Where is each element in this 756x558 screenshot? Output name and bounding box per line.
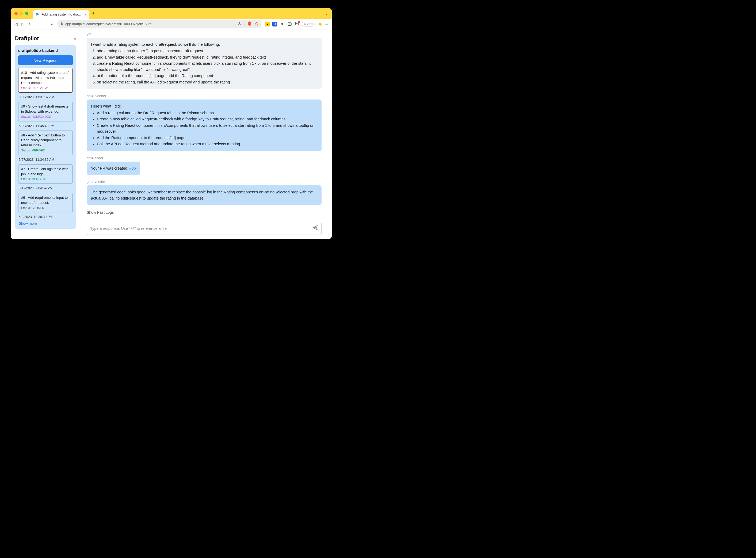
msg-bubble-coder: Your PR was created: #36 — [87, 161, 140, 175]
tab-list-chevron-icon[interactable]: ⌄ — [325, 11, 328, 16]
timestamp: 5/27/2023, 11:34:35 AM — [18, 158, 73, 161]
forward-button[interactable]: ▷ — [21, 22, 25, 26]
close-icon[interactable]: × — [84, 12, 87, 17]
pr-link[interactable]: #36 — [129, 166, 136, 170]
extensions-icon[interactable]: ✦ — [280, 22, 285, 26]
notification-dot — [298, 21, 300, 23]
msg-bubble-verifier: The generated code looks good. Remember … — [87, 185, 322, 205]
composer: ⋰ — [87, 222, 322, 235]
request-card-8[interactable]: #8 - Add "Reindex" button to RepoReady c… — [18, 130, 73, 155]
timestamp: 5/17/2023, 7:04:59 PM — [18, 186, 73, 190]
timestamp: 5/30/2023, 11:31:37 AM — [18, 95, 73, 99]
warning-icon[interactable] — [254, 22, 258, 26]
msg-bubble-user: I want to add a rating system to each dr… — [87, 38, 322, 89]
message-verifier: gpt4-verifier The generated code looks g… — [87, 180, 322, 205]
brave-shield-icon[interactable] — [248, 21, 252, 27]
window-minimize-icon[interactable] — [20, 12, 23, 15]
address-bar[interactable]: app.draftpilot.com/requests/cliam7n01000… — [57, 20, 261, 28]
response-input[interactable] — [90, 226, 312, 231]
message-planner: gpt4-planner Here's what I did: Add a ra… — [87, 94, 322, 151]
timestamp: 5/9/2023, 10:36:39 PM — [18, 215, 73, 219]
request-card-6[interactable]: #6 - Add requirements input to new draft… — [18, 193, 73, 212]
repo-panel: draftpilot/dp-backend New Request #10 - … — [15, 45, 76, 229]
repo-name[interactable]: draftpilot/dp-backend — [18, 48, 73, 53]
sidebar-toggle-icon[interactable] — [287, 22, 292, 26]
app-logo[interactable]: Draftpilot — [15, 35, 39, 42]
msg-author: gpt4-coder — [87, 156, 322, 160]
timestamp: 5/29/2023, 11:45:43 PM — [18, 124, 73, 128]
ext-icon-1[interactable]: ▲ — [265, 22, 270, 26]
reload-button[interactable]: ↻ — [28, 22, 32, 26]
request-card-10[interactable]: #10 - Add rating system to draft request… — [18, 68, 73, 93]
resize-handle-icon[interactable]: ⋰ — [308, 232, 312, 233]
ext-icon-2[interactable]: U — [272, 22, 277, 26]
new-tab-button[interactable]: + — [92, 11, 95, 16]
main-content: you I want to add a rating system to eac… — [80, 29, 332, 239]
url-bar: ◁ ▷ ↻ app.draftpilot.com/requests/cliam7… — [11, 19, 332, 29]
app-content: Draftpilot « draftpilot/dp-backend New R… — [11, 29, 332, 239]
tab-title: Add rating system to draft requ — [42, 12, 82, 16]
msg-bubble-planner: Here's what I did: Add a rating column t… — [87, 100, 322, 151]
show-past-logs-link[interactable]: Show Past Logs — [87, 210, 322, 214]
new-request-button[interactable]: New Request — [18, 55, 73, 65]
hamburger-icon[interactable]: ≡ — [325, 21, 328, 27]
download-icon[interactable] — [295, 21, 299, 26]
sidebar: Draftpilot « draftpilot/dp-backend New R… — [11, 29, 80, 239]
lock-icon — [60, 22, 63, 26]
paperplane-icon — [36, 12, 40, 17]
vpn-button[interactable]: VPN — [302, 22, 315, 26]
toolbar-right: ▲ U ✦ VPN ◆ ≡ — [265, 21, 328, 27]
svg-rect-0 — [288, 23, 291, 25]
share-icon[interactable] — [238, 22, 241, 26]
url-text: app.draftpilot.com/requests/cliam7n01000… — [65, 22, 236, 26]
show-more-link[interactable]: Show more — [18, 222, 73, 226]
request-card-9[interactable]: #9 - Show last 4 draft requests in Sideb… — [18, 102, 73, 121]
request-card-7[interactable]: #7 - Create JobLogs table with job id an… — [18, 164, 73, 184]
send-button[interactable] — [312, 225, 318, 232]
browser-tab[interactable]: Add rating system to draft requ × — [33, 10, 90, 19]
bookmark-icon[interactable] — [50, 22, 54, 26]
message-coder: gpt4-coder Your PR was created: #36 — [87, 156, 322, 175]
back-button[interactable]: ◁ — [15, 22, 18, 26]
msg-author: gpt4-planner — [87, 94, 322, 98]
title-bar: Add rating system to draft requ × + ⌄ — [11, 8, 332, 19]
profile-icon[interactable]: ◆ — [318, 22, 322, 26]
msg-author: gpt4-verifier — [87, 180, 322, 184]
message-user: you I want to add a rating system to eac… — [87, 32, 322, 89]
browser-window: Add rating system to draft requ × + ⌄ ◁ … — [11, 8, 332, 239]
window-close-icon[interactable] — [15, 12, 18, 15]
traffic-lights — [15, 12, 28, 15]
msg-author: you — [87, 32, 322, 36]
window-zoom-icon[interactable] — [25, 12, 28, 15]
collapse-sidebar-icon[interactable]: « — [74, 36, 76, 41]
